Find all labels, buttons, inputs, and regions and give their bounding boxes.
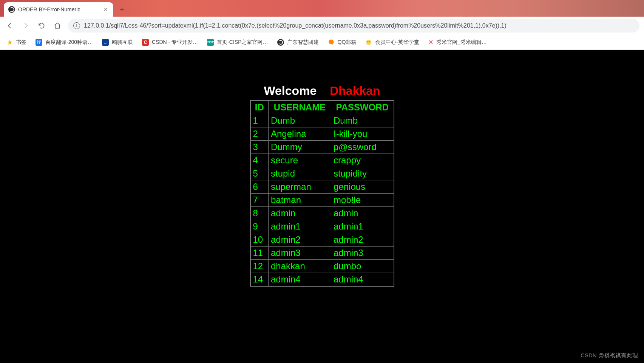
site-info-icon[interactable]: i bbox=[73, 22, 80, 29]
cell-password: admin1 bbox=[331, 220, 394, 233]
new-tab-button[interactable]: + bbox=[116, 4, 128, 15]
bookmarks-folder[interactable]: ★ 书签 bbox=[7, 38, 26, 47]
url-text: 127.0.0.1/sqli7/Less-46/?sort=updatexml(… bbox=[84, 22, 507, 29]
bookmark-label: QQ邮箱 bbox=[338, 39, 357, 46]
xiumi-icon: ✕ bbox=[428, 39, 433, 46]
cell-username: admin4 bbox=[269, 273, 331, 287]
cell-id: 1 bbox=[250, 114, 269, 127]
tab-title: ORDER BY-Error-Numeric bbox=[18, 6, 99, 12]
cell-id: 10 bbox=[250, 233, 269, 247]
cell-id: 8 bbox=[250, 207, 269, 220]
table-row: 5stupidstupidity bbox=[250, 167, 394, 180]
cell-password: admin3 bbox=[331, 247, 394, 260]
cell-username: admin3 bbox=[269, 247, 331, 260]
table-row: 10admin2admin2 bbox=[250, 233, 394, 247]
bookmarks-label: 书签 bbox=[16, 39, 26, 46]
cell-password: admin bbox=[331, 207, 394, 220]
table-row: 2AngelinaI-kill-you bbox=[250, 127, 394, 141]
brand-text: Dhakkan bbox=[330, 84, 380, 98]
col-id: ID bbox=[250, 101, 269, 114]
cell-password: admin2 bbox=[331, 233, 394, 247]
cell-username: stupid bbox=[269, 167, 331, 180]
table-row: 9admin1admin1 bbox=[250, 220, 394, 233]
tab-favicon bbox=[8, 6, 15, 13]
bookmark-item[interactable]: QQ邮箱 bbox=[328, 39, 357, 46]
cell-id: 11 bbox=[250, 247, 269, 260]
translate-icon: 译 bbox=[36, 39, 42, 46]
table-row: 11admin3admin3 bbox=[250, 247, 394, 260]
tab-strip: ORDER BY-Error-Numeric × + bbox=[0, 0, 644, 17]
table-row: 4securecrappy bbox=[250, 154, 394, 167]
table-header-row: ID USERNAME PASSWORD bbox=[250, 101, 394, 114]
cell-password: stupidity bbox=[331, 167, 394, 180]
table-row: 12dhakkandumbo bbox=[250, 260, 394, 273]
bookmark-item[interactable]: ✕ 秀米官网_秀米编辑… bbox=[428, 39, 487, 46]
reload-button[interactable] bbox=[36, 20, 47, 31]
cell-username: admin2 bbox=[269, 233, 331, 247]
cell-username: secure bbox=[269, 154, 331, 167]
browser-tab[interactable]: ORDER BY-Error-Numeric × bbox=[4, 2, 113, 17]
home-button[interactable] bbox=[52, 20, 63, 31]
bookmark-item[interactable]: 译 百度翻译-200种语… bbox=[36, 39, 93, 46]
cell-password: crappy bbox=[331, 154, 394, 167]
cell-password: mob!le bbox=[331, 194, 394, 207]
cisp-icon: CISP bbox=[207, 39, 214, 46]
table-row: 7batmanmob!le bbox=[250, 194, 394, 207]
watermark: CSDN @祺祺祺有此理 bbox=[581, 352, 638, 359]
cell-id: 6 bbox=[250, 180, 269, 194]
users-table: ID USERNAME PASSWORD 1DumbDumb2AngelinaI… bbox=[250, 100, 394, 287]
bookmark-item[interactable]: 会员中心-英华学堂 bbox=[365, 39, 419, 46]
svg-point-0 bbox=[366, 40, 372, 45]
cell-id: 5 bbox=[250, 167, 269, 180]
browser-chrome: ORDER BY-Error-Numeric × + i 127.0.0.1/s… bbox=[0, 0, 644, 50]
bookmark-label: 会员中心-英华学堂 bbox=[375, 39, 419, 46]
page-heading: Welcome Dhakkan bbox=[264, 84, 380, 98]
table-row: 6supermangenious bbox=[250, 180, 394, 194]
bookmark-label: 鸥鹏互联 bbox=[112, 39, 133, 46]
cell-password: I-kill-you bbox=[331, 127, 394, 141]
bookmark-item[interactable]: ◡ 鸥鹏互联 bbox=[102, 39, 133, 46]
table-row: 1DumbDumb bbox=[250, 114, 394, 127]
svg-point-1 bbox=[368, 41, 369, 42]
bookmark-label: CSDN - 专业开发… bbox=[152, 39, 198, 46]
table-row: 14admin4admin4 bbox=[250, 273, 394, 287]
table-row: 8adminadmin bbox=[250, 207, 394, 220]
cell-id: 14 bbox=[250, 273, 269, 287]
bookmark-label: 首页-CISP之家官网… bbox=[217, 39, 268, 46]
col-password: PASSWORD bbox=[331, 101, 394, 114]
cell-id: 7 bbox=[250, 194, 269, 207]
cell-id: 12 bbox=[250, 260, 269, 273]
cell-id: 4 bbox=[250, 154, 269, 167]
site-icon: ◡ bbox=[102, 39, 109, 46]
address-bar[interactable]: i 127.0.0.1/sqli7/Less-46/?sort=updatexm… bbox=[68, 19, 639, 33]
csdn-icon: C bbox=[142, 39, 149, 46]
svg-point-2 bbox=[369, 41, 370, 42]
cell-username: admin1 bbox=[269, 220, 331, 233]
close-icon[interactable]: × bbox=[102, 5, 109, 14]
cell-id: 3 bbox=[250, 141, 269, 154]
star-icon: ★ bbox=[7, 38, 13, 47]
page-content: Welcome Dhakkan ID USERNAME PASSWORD 1Du… bbox=[0, 50, 644, 363]
cell-username: superman bbox=[269, 180, 331, 194]
cell-username: admin bbox=[269, 207, 331, 220]
table-row: 3Dummyp@ssword bbox=[250, 141, 394, 154]
cell-password: p@ssword bbox=[331, 141, 394, 154]
back-button[interactable] bbox=[5, 20, 15, 31]
address-row: i 127.0.0.1/sqli7/Less-46/?sort=updatexm… bbox=[0, 17, 644, 35]
site-icon bbox=[365, 39, 372, 46]
forward-button[interactable] bbox=[20, 20, 31, 31]
bookmark-item[interactable]: 广东智慧团建 bbox=[277, 39, 319, 46]
cell-username: Angelina bbox=[269, 127, 331, 141]
bookmark-label: 秀米官网_秀米编辑… bbox=[436, 39, 487, 46]
site-icon bbox=[277, 39, 284, 46]
bookmark-label: 百度翻译-200种语… bbox=[45, 39, 93, 46]
cell-username: batman bbox=[269, 194, 331, 207]
bookmark-label: 广东智慧团建 bbox=[287, 39, 319, 46]
cell-id: 9 bbox=[250, 220, 269, 233]
bookmark-item[interactable]: C CSDN - 专业开发… bbox=[142, 39, 198, 46]
welcome-text: Welcome bbox=[264, 84, 317, 98]
bookmark-item[interactable]: CISP 首页-CISP之家官网… bbox=[207, 39, 268, 46]
cell-username: Dumb bbox=[269, 114, 331, 127]
cell-password: dumbo bbox=[331, 260, 394, 273]
col-username: USERNAME bbox=[269, 101, 331, 114]
